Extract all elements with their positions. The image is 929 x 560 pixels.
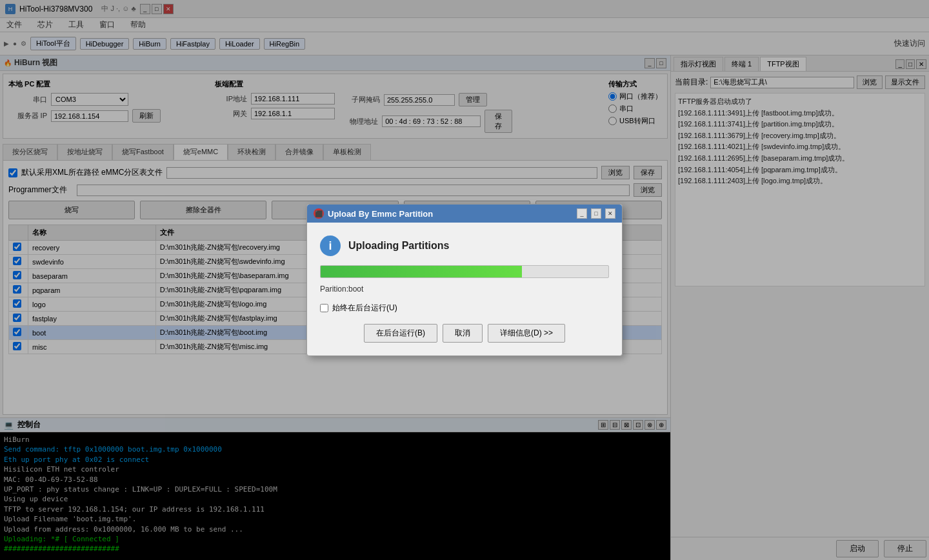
modal-checkbox-row: 始终在后台运行(U) [320, 303, 609, 314]
info-icon: i [320, 235, 341, 256]
modal-footer: 在后台运行(B) 取消 详细信息(D) >> [320, 324, 609, 343]
modal-title-text: Upload By Emmc Partition [328, 209, 573, 219]
modal-close-button[interactable]: ✕ [605, 208, 615, 219]
progress-bar [320, 265, 609, 278]
run-bg-button[interactable]: 在后台运行(B) [364, 324, 437, 343]
upload-modal: ⬛ Upload By Emmc Partition _ □ ✕ i Uploa… [306, 204, 623, 356]
modal-minimize-button[interactable]: _ [577, 208, 587, 219]
partition-label: Parition:boot [320, 285, 609, 294]
background-checkbox-label: 始终在后台运行(U) [332, 303, 397, 314]
modal-info-row: i Uploading Partitions [320, 235, 609, 256]
details-button[interactable]: 详细信息(D) >> [488, 324, 565, 343]
modal-title-bar: ⬛ Upload By Emmc Partition _ □ ✕ [307, 205, 622, 223]
modal-overlay: ⬛ Upload By Emmc Partition _ □ ✕ i Uploa… [0, 0, 929, 560]
progress-bar-fill [321, 266, 522, 277]
cancel-button[interactable]: 取消 [443, 324, 483, 343]
background-checkbox[interactable] [320, 304, 328, 312]
modal-body: i Uploading Partitions Parition:boot 始终在… [307, 223, 622, 355]
modal-maximize-button[interactable]: □ [591, 208, 601, 219]
modal-title-icon: ⬛ [314, 208, 324, 219]
modal-uploading-label: Uploading Partitions [348, 240, 449, 252]
